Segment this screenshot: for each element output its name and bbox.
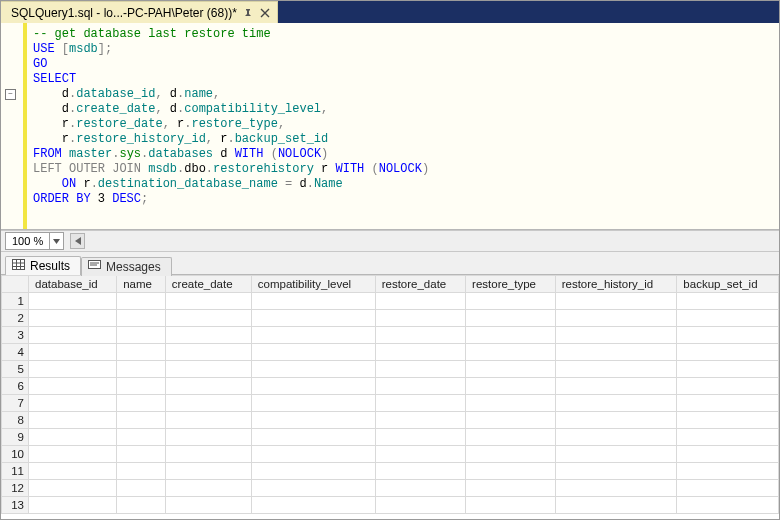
grid-cell[interactable] <box>29 395 117 412</box>
grid-cell[interactable] <box>29 344 117 361</box>
row-number-cell[interactable]: 6 <box>2 378 29 395</box>
grid-cell[interactable] <box>677 310 779 327</box>
grid-cell[interactable] <box>677 293 779 310</box>
grid-cell[interactable] <box>677 361 779 378</box>
grid-cell[interactable] <box>677 327 779 344</box>
hscroll-left-button[interactable] <box>70 233 85 249</box>
grid-cell[interactable] <box>29 327 117 344</box>
grid-cell[interactable] <box>375 412 465 429</box>
grid-cell[interactable] <box>165 310 251 327</box>
grid-cell[interactable] <box>555 497 677 514</box>
grid-cell[interactable] <box>165 497 251 514</box>
grid-cell[interactable] <box>555 463 677 480</box>
grid-cell[interactable] <box>466 361 556 378</box>
grid-cell[interactable] <box>251 463 375 480</box>
grid-cell[interactable] <box>165 327 251 344</box>
grid-cell[interactable] <box>29 293 117 310</box>
grid-cell[interactable] <box>29 310 117 327</box>
row-number-cell[interactable]: 4 <box>2 344 29 361</box>
grid-cell[interactable] <box>165 344 251 361</box>
grid-cell[interactable] <box>466 344 556 361</box>
grid-cell[interactable] <box>29 361 117 378</box>
grid-cell[interactable] <box>29 412 117 429</box>
grid-cell[interactable] <box>555 378 677 395</box>
outline-toggle-icon[interactable]: − <box>5 89 16 100</box>
table-row[interactable]: 9 <box>2 429 779 446</box>
grid-cell[interactable] <box>251 446 375 463</box>
grid-cell[interactable] <box>466 378 556 395</box>
grid-cell[interactable] <box>117 327 166 344</box>
grid-cell[interactable] <box>375 480 465 497</box>
grid-cell[interactable] <box>677 344 779 361</box>
table-row[interactable]: 6 <box>2 378 779 395</box>
table-row[interactable]: 1 <box>2 293 779 310</box>
grid-cell[interactable] <box>375 429 465 446</box>
grid-cell[interactable] <box>677 463 779 480</box>
grid-cell[interactable] <box>375 293 465 310</box>
grid-column-header[interactable]: compatibility_level <box>251 276 375 293</box>
code-content[interactable]: -- get database last restore timeUSE [ms… <box>27 23 779 229</box>
grid-cell[interactable] <box>251 361 375 378</box>
table-row[interactable]: 5 <box>2 361 779 378</box>
chevron-down-icon[interactable] <box>49 233 63 249</box>
grid-cell[interactable] <box>251 293 375 310</box>
table-row[interactable]: 4 <box>2 344 779 361</box>
sql-editor[interactable]: − -- get database last restore timeUSE [… <box>1 23 779 230</box>
row-number-cell[interactable]: 9 <box>2 429 29 446</box>
grid-cell[interactable] <box>251 327 375 344</box>
table-row[interactable]: 13 <box>2 497 779 514</box>
grid-cell[interactable] <box>375 463 465 480</box>
grid-cell[interactable] <box>555 327 677 344</box>
grid-corner-cell[interactable] <box>2 276 29 293</box>
grid-cell[interactable] <box>466 327 556 344</box>
grid-cell[interactable] <box>117 463 166 480</box>
grid-cell[interactable] <box>677 412 779 429</box>
row-number-cell[interactable]: 3 <box>2 327 29 344</box>
grid-cell[interactable] <box>375 310 465 327</box>
grid-cell[interactable] <box>165 395 251 412</box>
grid-cell[interactable] <box>375 327 465 344</box>
row-number-cell[interactable]: 10 <box>2 446 29 463</box>
grid-cell[interactable] <box>117 429 166 446</box>
pin-icon[interactable] <box>243 8 253 18</box>
grid-cell[interactable] <box>251 429 375 446</box>
grid-cell[interactable] <box>466 463 556 480</box>
grid-cell[interactable] <box>555 480 677 497</box>
grid-cell[interactable] <box>466 429 556 446</box>
grid-cell[interactable] <box>165 378 251 395</box>
grid-cell[interactable] <box>251 412 375 429</box>
grid-cell[interactable] <box>466 395 556 412</box>
grid-cell[interactable] <box>677 429 779 446</box>
grid-column-header[interactable]: restore_type <box>466 276 556 293</box>
grid-cell[interactable] <box>117 497 166 514</box>
grid-cell[interactable] <box>375 361 465 378</box>
grid-cell[interactable] <box>165 463 251 480</box>
table-row[interactable]: 3 <box>2 327 779 344</box>
grid-cell[interactable] <box>466 446 556 463</box>
grid-cell[interactable] <box>375 344 465 361</box>
row-number-cell[interactable]: 1 <box>2 293 29 310</box>
grid-cell[interactable] <box>466 310 556 327</box>
grid-cell[interactable] <box>375 378 465 395</box>
grid-cell[interactable] <box>555 429 677 446</box>
grid-cell[interactable] <box>555 446 677 463</box>
table-row[interactable]: 11 <box>2 463 779 480</box>
grid-cell[interactable] <box>29 429 117 446</box>
grid-column-header[interactable]: database_id <box>29 276 117 293</box>
tab-messages[interactable]: Messages <box>81 257 172 276</box>
grid-cell[interactable] <box>165 412 251 429</box>
document-tab[interactable]: SQLQuery1.sql - lo...-PC-PAH\Peter (68))… <box>1 1 278 23</box>
row-number-cell[interactable]: 7 <box>2 395 29 412</box>
grid-cell[interactable] <box>29 463 117 480</box>
grid-cell[interactable] <box>375 395 465 412</box>
grid-cell[interactable] <box>375 446 465 463</box>
grid-cell[interactable] <box>677 497 779 514</box>
grid-cell[interactable] <box>555 395 677 412</box>
row-number-cell[interactable]: 11 <box>2 463 29 480</box>
grid-cell[interactable] <box>677 480 779 497</box>
grid-cell[interactable] <box>555 293 677 310</box>
grid-cell[interactable] <box>251 378 375 395</box>
grid-cell[interactable] <box>555 412 677 429</box>
grid-cell[interactable] <box>29 480 117 497</box>
row-number-cell[interactable]: 12 <box>2 480 29 497</box>
